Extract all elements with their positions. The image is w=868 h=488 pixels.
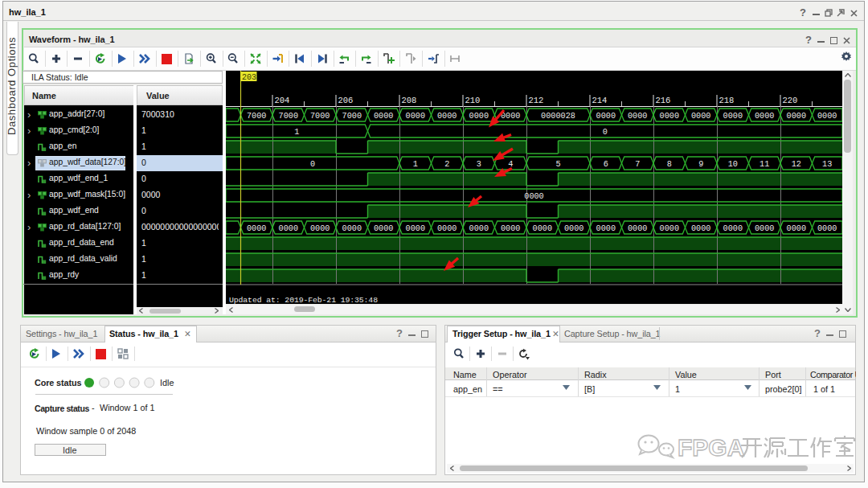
svg-text:0000: 0000 (501, 112, 520, 121)
svg-text:0000: 0000 (660, 224, 679, 233)
svg-text:4: 4 (508, 160, 513, 169)
svg-text:0000: 0000 (817, 112, 837, 121)
svg-text:0000: 0000 (469, 112, 489, 121)
svg-text:7000: 7000 (310, 112, 330, 121)
svg-text:13: 13 (822, 160, 832, 169)
svg-text:7: 7 (635, 160, 640, 169)
svg-text:2: 2 (444, 160, 449, 169)
svg-text:0000: 0000 (501, 224, 520, 233)
svg-text:0000: 0000 (596, 112, 616, 121)
svg-text:220: 220 (783, 96, 798, 105)
svg-text:7000: 7000 (247, 112, 266, 121)
svg-text:0000: 0000 (755, 112, 774, 121)
svg-text:0000: 0000 (374, 224, 393, 233)
svg-text:0000: 0000 (723, 112, 743, 121)
svg-text:0000: 0000 (596, 224, 616, 233)
svg-text:7000: 7000 (342, 112, 362, 121)
svg-text:0000: 0000 (406, 112, 425, 121)
svg-text:0000: 0000 (628, 224, 647, 233)
svg-text:1: 1 (413, 160, 418, 169)
svg-text:204: 204 (275, 96, 290, 105)
svg-text:0000: 0000 (691, 112, 710, 121)
svg-text:5: 5 (555, 160, 560, 169)
svg-text:0: 0 (603, 128, 608, 137)
svg-text:11: 11 (760, 160, 769, 169)
svg-text:218: 218 (719, 96, 735, 105)
svg-text:212: 212 (529, 96, 544, 105)
svg-text:0000: 0000 (406, 224, 425, 233)
svg-text:FPGA: FPGA (678, 434, 744, 461)
svg-text:10: 10 (728, 160, 738, 169)
svg-text:0000: 0000 (247, 224, 266, 233)
svg-text:0000: 0000 (564, 224, 583, 233)
svg-text:0000: 0000 (817, 224, 837, 233)
svg-text:0000: 0000 (533, 224, 552, 233)
svg-text:0000: 0000 (374, 112, 393, 121)
svg-text:6: 6 (604, 160, 608, 169)
svg-text:0000028: 0000028 (541, 112, 575, 121)
svg-text:0000: 0000 (437, 224, 457, 233)
svg-text:8: 8 (667, 160, 672, 169)
svg-text:0000: 0000 (691, 224, 710, 233)
svg-text:12: 12 (792, 160, 801, 169)
svg-text:214: 214 (592, 96, 608, 105)
svg-text:0000: 0000 (628, 112, 647, 121)
svg-text:216: 216 (656, 96, 671, 105)
svg-text:0000: 0000 (437, 112, 457, 121)
svg-text:0000: 0000 (524, 192, 543, 201)
svg-text:9: 9 (698, 160, 703, 169)
svg-text:0000: 0000 (723, 224, 743, 233)
svg-text:0000: 0000 (310, 224, 330, 233)
svg-text:3: 3 (477, 160, 481, 169)
svg-text:208: 208 (402, 96, 417, 105)
svg-text:0000: 0000 (342, 224, 362, 233)
svg-text:0000: 0000 (279, 224, 298, 233)
svg-text:0000: 0000 (660, 112, 679, 121)
svg-text:1: 1 (294, 128, 299, 137)
svg-text:0000: 0000 (755, 224, 774, 233)
svg-text:Updated at: 2019-Feb-21 19:35:: Updated at: 2019-Feb-21 19:35:48 (229, 296, 378, 304)
svg-text:203: 203 (242, 73, 256, 82)
svg-text:0000: 0000 (469, 224, 489, 233)
svg-text:7000: 7000 (279, 112, 298, 121)
svg-text:206: 206 (338, 96, 354, 105)
svg-text:0000: 0000 (787, 112, 806, 121)
svg-text:0000: 0000 (787, 224, 806, 233)
svg-text:0: 0 (310, 160, 315, 169)
svg-text:210: 210 (465, 96, 481, 105)
